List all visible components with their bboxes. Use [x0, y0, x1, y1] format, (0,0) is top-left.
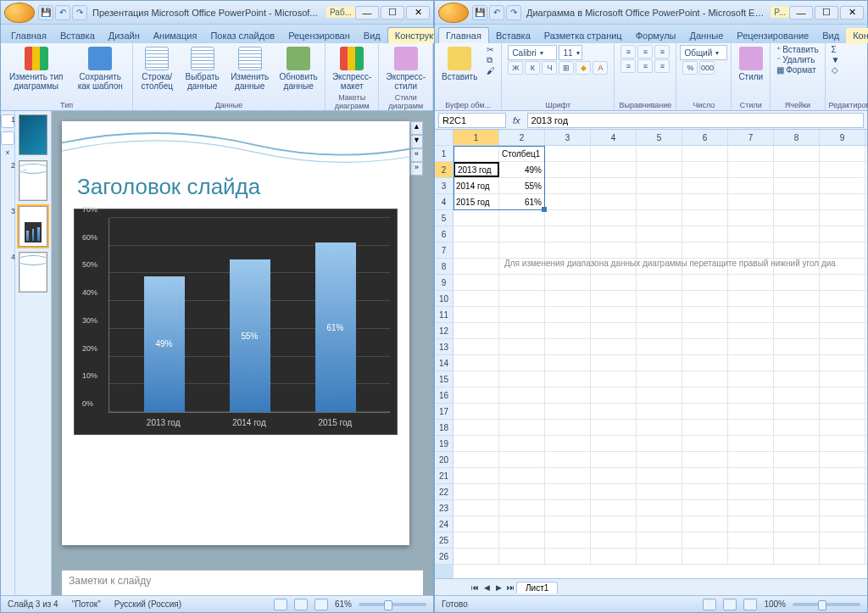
cell[interactable]	[774, 549, 820, 564]
cell[interactable]	[637, 387, 682, 403]
row-header[interactable]: 26	[435, 549, 453, 565]
xl-tab-formulas[interactable]: Формулы	[629, 28, 683, 43]
cell[interactable]	[453, 259, 499, 274]
cell[interactable]	[820, 226, 865, 242]
format-painter-button[interactable]: 🖌	[484, 66, 498, 75]
cell[interactable]	[728, 468, 774, 483]
cell[interactable]	[499, 371, 545, 387]
chart-bar[interactable]: 61%	[315, 242, 356, 412]
cell[interactable]	[453, 371, 499, 387]
range-resize-handle[interactable]	[542, 207, 547, 212]
xl-tab-home[interactable]: Главная	[438, 27, 489, 43]
cell[interactable]	[728, 323, 774, 338]
row-header[interactable]: 10	[435, 291, 453, 307]
row-header[interactable]: 3	[435, 178, 453, 194]
office-button[interactable]	[4, 3, 35, 23]
cell[interactable]	[499, 549, 545, 564]
cell[interactable]	[453, 146, 499, 161]
cell[interactable]	[774, 307, 820, 322]
cell[interactable]	[820, 355, 865, 371]
cell[interactable]	[820, 210, 865, 226]
cell[interactable]	[545, 242, 591, 258]
cell[interactable]	[637, 242, 682, 258]
qat-undo-xl-icon[interactable]: ↶	[489, 5, 504, 20]
cell[interactable]	[453, 500, 499, 515]
number-format-combo[interactable]: Общий	[680, 45, 727, 60]
cell[interactable]	[820, 291, 865, 306]
cell[interactable]	[637, 452, 682, 467]
xl-tab-layout[interactable]: Разметка страниц	[537, 28, 629, 43]
name-box[interactable]: R2C1	[438, 113, 506, 128]
cell[interactable]	[774, 323, 820, 338]
chart-object[interactable]: 0%10%20%30%40%50%60%70%49%55%61% 2013 го…	[74, 209, 398, 435]
outline-tab-icon[interactable]	[1, 131, 14, 145]
cell[interactable]	[591, 404, 637, 419]
cell[interactable]	[545, 371, 591, 387]
cell[interactable]	[545, 275, 591, 290]
cell[interactable]	[774, 178, 820, 193]
cell[interactable]	[728, 371, 774, 387]
cell[interactable]	[774, 275, 820, 290]
cell[interactable]	[637, 436, 682, 451]
xl-break-view-icon[interactable]	[743, 599, 757, 610]
cell[interactable]	[774, 226, 820, 242]
cell[interactable]	[499, 355, 545, 371]
save-template-button[interactable]: Сохранить как шаблон	[71, 45, 129, 92]
cell[interactable]	[728, 146, 774, 161]
row-header[interactable]: 5	[435, 210, 453, 226]
cell[interactable]	[591, 532, 637, 548]
copy-button[interactable]: ⧉	[484, 55, 498, 65]
cell[interactable]	[545, 178, 591, 193]
cell[interactable]	[545, 532, 591, 548]
cell[interactable]	[682, 436, 728, 451]
cell[interactable]	[774, 420, 820, 435]
cell[interactable]	[545, 162, 591, 177]
cell[interactable]	[774, 371, 820, 387]
tab-home[interactable]: Главная	[4, 28, 53, 43]
cell[interactable]	[545, 516, 591, 532]
cell[interactable]	[591, 420, 637, 435]
cell[interactable]	[545, 226, 591, 242]
cell[interactable]	[774, 404, 820, 419]
cell[interactable]	[682, 355, 728, 371]
cell[interactable]	[453, 532, 499, 548]
xl-tab-design[interactable]: Конструктор	[846, 28, 868, 43]
close-pane-icon[interactable]: ×	[5, 148, 9, 157]
row-header[interactable]: 7	[435, 242, 453, 259]
cell[interactable]	[820, 339, 865, 354]
sheet-nav-last-icon[interactable]: ⏭	[504, 583, 516, 592]
tab-slideshow[interactable]: Показ слайдов	[203, 28, 281, 43]
cell[interactable]	[499, 291, 545, 306]
cell[interactable]	[591, 500, 637, 515]
cell[interactable]	[682, 339, 728, 354]
row-header[interactable]: 18	[435, 420, 453, 436]
cell[interactable]	[499, 242, 545, 258]
column-header[interactable]: 9	[820, 130, 865, 145]
cell[interactable]	[728, 194, 774, 209]
cell[interactable]	[774, 516, 820, 532]
row-header[interactable]: 24	[435, 516, 453, 532]
chart-bar[interactable]: 55%	[230, 259, 270, 412]
cell[interactable]	[774, 468, 820, 483]
qat-save-icon[interactable]: 💾	[38, 5, 53, 20]
cell[interactable]	[591, 371, 637, 387]
cell[interactable]	[499, 420, 545, 435]
column-header[interactable]: 3	[545, 130, 591, 145]
cell[interactable]	[499, 452, 545, 467]
row-header[interactable]: 25	[435, 532, 453, 549]
cell[interactable]	[591, 162, 637, 177]
cell[interactable]	[728, 549, 774, 564]
cell[interactable]	[637, 178, 682, 193]
tab-insert[interactable]: Вставка	[53, 28, 102, 43]
cell[interactable]	[820, 532, 865, 548]
cell[interactable]	[637, 484, 682, 499]
column-header[interactable]: 8	[774, 130, 820, 145]
autosum-button[interactable]: Σ	[829, 45, 843, 54]
cell[interactable]	[545, 291, 591, 306]
cell[interactable]	[682, 404, 728, 419]
cell[interactable]	[682, 549, 728, 564]
cell[interactable]	[728, 484, 774, 499]
underline-button[interactable]: Ч	[542, 61, 557, 75]
thumbnail-1[interactable]: 1	[19, 114, 47, 155]
cell[interactable]	[728, 532, 774, 548]
